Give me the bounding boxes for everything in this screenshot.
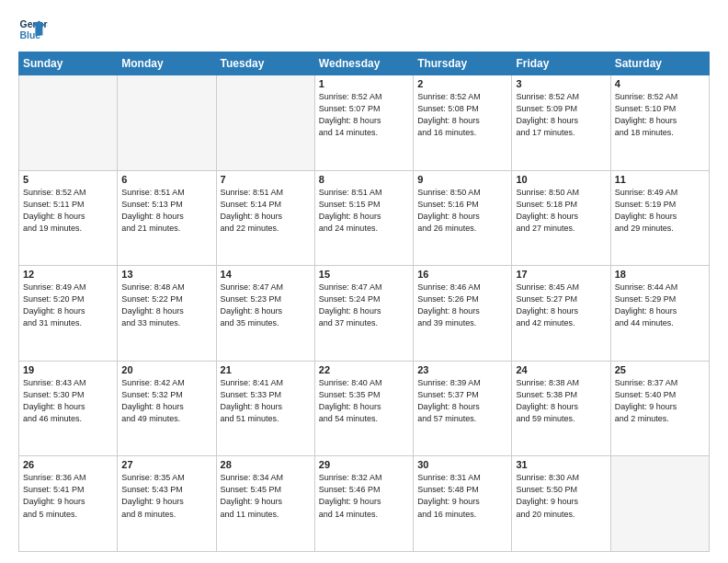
day-info: Sunrise: 8:43 AM Sunset: 5:30 PM Dayligh…: [23, 377, 113, 425]
day-number: 17: [516, 269, 606, 280]
day-number: 9: [417, 174, 507, 185]
calendar-cell: [118, 75, 216, 171]
day-info: Sunrise: 8:42 AM Sunset: 5:32 PM Dayligh…: [121, 377, 211, 425]
calendar-cell: 24Sunrise: 8:38 AM Sunset: 5:38 PM Dayli…: [512, 361, 610, 456]
day-info: Sunrise: 8:52 AM Sunset: 5:11 PM Dayligh…: [23, 187, 113, 235]
day-number: 11: [615, 174, 705, 185]
calendar-cell: 1Sunrise: 8:52 AM Sunset: 5:07 PM Daylig…: [314, 75, 413, 171]
day-number: 24: [516, 364, 606, 375]
day-number: 19: [23, 364, 113, 375]
calendar-table: SundayMondayTuesdayWednesdayThursdayFrid…: [18, 52, 710, 552]
calendar-cell: 25Sunrise: 8:37 AM Sunset: 5:40 PM Dayli…: [610, 361, 709, 456]
day-number: 29: [319, 459, 409, 470]
calendar-cell: 27Sunrise: 8:35 AM Sunset: 5:43 PM Dayli…: [118, 456, 216, 552]
day-number: 4: [615, 78, 705, 89]
calendar-cell: 10Sunrise: 8:50 AM Sunset: 5:18 PM Dayli…: [512, 170, 610, 266]
day-info: Sunrise: 8:36 AM Sunset: 5:41 PM Dayligh…: [23, 472, 113, 520]
weekday-header-row: SundayMondayTuesdayWednesdayThursdayFrid…: [19, 52, 710, 75]
calendar-cell: 31Sunrise: 8:30 AM Sunset: 5:50 PM Dayli…: [512, 456, 610, 552]
calendar-cell: 22Sunrise: 8:40 AM Sunset: 5:35 PM Dayli…: [314, 361, 413, 456]
day-number: 2: [417, 78, 507, 89]
weekday-header-sunday: Sunday: [19, 52, 118, 75]
day-info: Sunrise: 8:41 AM Sunset: 5:33 PM Dayligh…: [221, 377, 311, 425]
calendar-cell: 16Sunrise: 8:46 AM Sunset: 5:26 PM Dayli…: [414, 266, 512, 362]
logo: General Blue: [18, 15, 48, 44]
week-row-4: 19Sunrise: 8:43 AM Sunset: 5:30 PM Dayli…: [19, 361, 710, 456]
day-number: 25: [615, 364, 705, 375]
calendar-cell: [216, 75, 314, 171]
week-row-3: 12Sunrise: 8:49 AM Sunset: 5:20 PM Dayli…: [19, 266, 710, 362]
calendar-cell: 18Sunrise: 8:44 AM Sunset: 5:29 PM Dayli…: [610, 266, 709, 362]
day-info: Sunrise: 8:51 AM Sunset: 5:13 PM Dayligh…: [121, 187, 211, 235]
day-number: 3: [516, 78, 606, 89]
day-info: Sunrise: 8:37 AM Sunset: 5:40 PM Dayligh…: [615, 377, 705, 425]
day-info: Sunrise: 8:38 AM Sunset: 5:38 PM Dayligh…: [516, 377, 606, 425]
calendar-cell: 6Sunrise: 8:51 AM Sunset: 5:13 PM Daylig…: [118, 170, 216, 266]
day-info: Sunrise: 8:49 AM Sunset: 5:20 PM Dayligh…: [23, 282, 113, 329]
calendar-cell: 13Sunrise: 8:48 AM Sunset: 5:22 PM Dayli…: [118, 266, 216, 362]
calendar-cell: 7Sunrise: 8:51 AM Sunset: 5:14 PM Daylig…: [216, 170, 314, 266]
calendar-cell: 4Sunrise: 8:52 AM Sunset: 5:10 PM Daylig…: [610, 75, 709, 171]
day-number: 26: [23, 459, 113, 470]
day-info: Sunrise: 8:46 AM Sunset: 5:26 PM Dayligh…: [417, 282, 507, 329]
day-number: 18: [615, 269, 705, 280]
calendar-cell: [19, 75, 118, 171]
day-info: Sunrise: 8:39 AM Sunset: 5:37 PM Dayligh…: [417, 377, 507, 425]
day-info: Sunrise: 8:35 AM Sunset: 5:43 PM Dayligh…: [121, 472, 211, 520]
calendar-cell: 26Sunrise: 8:36 AM Sunset: 5:41 PM Dayli…: [19, 456, 118, 552]
week-row-1: 1Sunrise: 8:52 AM Sunset: 5:07 PM Daylig…: [19, 75, 710, 171]
calendar-cell: 2Sunrise: 8:52 AM Sunset: 5:08 PM Daylig…: [414, 75, 512, 171]
weekday-header-friday: Friday: [512, 52, 610, 75]
calendar-cell: 3Sunrise: 8:52 AM Sunset: 5:09 PM Daylig…: [512, 75, 610, 171]
day-number: 23: [417, 364, 507, 375]
day-info: Sunrise: 8:52 AM Sunset: 5:09 PM Dayligh…: [516, 91, 606, 139]
day-number: 20: [121, 364, 211, 375]
day-number: 8: [319, 174, 409, 185]
day-info: Sunrise: 8:45 AM Sunset: 5:27 PM Dayligh…: [516, 282, 606, 329]
day-number: 7: [221, 174, 311, 185]
day-number: 27: [121, 459, 211, 470]
calendar-cell: 12Sunrise: 8:49 AM Sunset: 5:20 PM Dayli…: [19, 266, 118, 362]
calendar-cell: 23Sunrise: 8:39 AM Sunset: 5:37 PM Dayli…: [414, 361, 512, 456]
day-info: Sunrise: 8:51 AM Sunset: 5:15 PM Dayligh…: [319, 187, 409, 235]
calendar-cell: 29Sunrise: 8:32 AM Sunset: 5:46 PM Dayli…: [314, 456, 413, 552]
page: General Blue SundayMondayTuesdayWednesda…: [0, 0, 728, 563]
weekday-header-thursday: Thursday: [414, 52, 512, 75]
logo-icon: General Blue: [18, 15, 48, 44]
weekday-header-wednesday: Wednesday: [314, 52, 413, 75]
day-info: Sunrise: 8:31 AM Sunset: 5:48 PM Dayligh…: [417, 472, 507, 520]
day-number: 16: [417, 269, 507, 280]
day-info: Sunrise: 8:34 AM Sunset: 5:45 PM Dayligh…: [221, 472, 311, 520]
day-info: Sunrise: 8:51 AM Sunset: 5:14 PM Dayligh…: [221, 187, 311, 235]
day-number: 22: [319, 364, 409, 375]
calendar-cell: 9Sunrise: 8:50 AM Sunset: 5:16 PM Daylig…: [414, 170, 512, 266]
calendar-cell: 21Sunrise: 8:41 AM Sunset: 5:33 PM Dayli…: [216, 361, 314, 456]
calendar-cell: 30Sunrise: 8:31 AM Sunset: 5:48 PM Dayli…: [414, 456, 512, 552]
weekday-header-monday: Monday: [118, 52, 216, 75]
day-info: Sunrise: 8:52 AM Sunset: 5:07 PM Dayligh…: [319, 91, 409, 139]
calendar-cell: 8Sunrise: 8:51 AM Sunset: 5:15 PM Daylig…: [314, 170, 413, 266]
day-number: 14: [221, 269, 311, 280]
week-row-2: 5Sunrise: 8:52 AM Sunset: 5:11 PM Daylig…: [19, 170, 710, 266]
day-number: 13: [121, 269, 211, 280]
weekday-header-tuesday: Tuesday: [216, 52, 314, 75]
day-number: 28: [221, 459, 311, 470]
day-info: Sunrise: 8:44 AM Sunset: 5:29 PM Dayligh…: [615, 282, 705, 329]
calendar-cell: 20Sunrise: 8:42 AM Sunset: 5:32 PM Dayli…: [118, 361, 216, 456]
calendar-cell: 11Sunrise: 8:49 AM Sunset: 5:19 PM Dayli…: [610, 170, 709, 266]
day-info: Sunrise: 8:48 AM Sunset: 5:22 PM Dayligh…: [121, 282, 211, 329]
day-number: 10: [516, 174, 606, 185]
day-info: Sunrise: 8:50 AM Sunset: 5:16 PM Dayligh…: [417, 187, 507, 235]
header: General Blue: [18, 15, 710, 44]
weekday-header-saturday: Saturday: [610, 52, 709, 75]
day-number: 15: [319, 269, 409, 280]
calendar-cell: 14Sunrise: 8:47 AM Sunset: 5:23 PM Dayli…: [216, 266, 314, 362]
day-info: Sunrise: 8:40 AM Sunset: 5:35 PM Dayligh…: [319, 377, 409, 425]
day-info: Sunrise: 8:52 AM Sunset: 5:08 PM Dayligh…: [417, 91, 507, 139]
day-number: 1: [319, 78, 409, 89]
calendar-cell: 19Sunrise: 8:43 AM Sunset: 5:30 PM Dayli…: [19, 361, 118, 456]
day-info: Sunrise: 8:47 AM Sunset: 5:24 PM Dayligh…: [319, 282, 409, 329]
day-info: Sunrise: 8:47 AM Sunset: 5:23 PM Dayligh…: [221, 282, 311, 329]
calendar-cell: 28Sunrise: 8:34 AM Sunset: 5:45 PM Dayli…: [216, 456, 314, 552]
day-number: 21: [221, 364, 311, 375]
